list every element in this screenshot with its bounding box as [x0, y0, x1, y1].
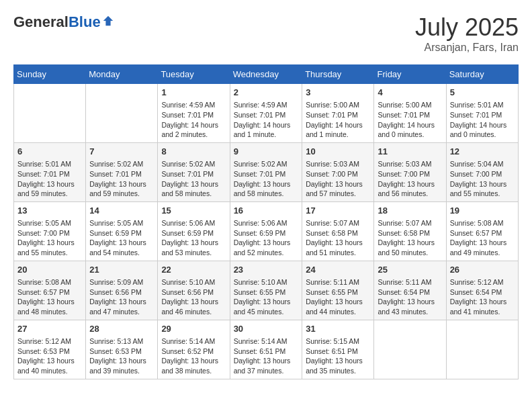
calendar-day-cell: 2Sunrise: 4:59 AM Sunset: 7:01 PM Daylig… [230, 84, 302, 143]
day-info: Sunrise: 5:11 AM Sunset: 6:54 PM Dayligh… [378, 277, 442, 317]
calendar-day-cell [86, 84, 158, 143]
calendar-day-cell: 10Sunrise: 5:03 AM Sunset: 7:00 PM Dayli… [302, 142, 374, 201]
calendar-day-cell: 30Sunrise: 5:14 AM Sunset: 6:51 PM Dayli… [230, 320, 302, 379]
day-number: 25 [378, 264, 442, 276]
calendar-week-row: 1Sunrise: 4:59 AM Sunset: 7:01 PM Daylig… [14, 84, 519, 143]
day-info: Sunrise: 5:07 AM Sunset: 6:58 PM Dayligh… [306, 218, 370, 258]
day-info: Sunrise: 5:10 AM Sunset: 6:55 PM Dayligh… [234, 277, 299, 317]
logo: GeneralBlue [13, 13, 114, 31]
calendar-day-cell [14, 84, 86, 143]
calendar-day-header: Wednesday [230, 65, 302, 84]
calendar-day-cell: 11Sunrise: 5:03 AM Sunset: 7:00 PM Dayli… [374, 142, 446, 201]
day-number: 8 [161, 146, 226, 158]
calendar-day-cell: 29Sunrise: 5:14 AM Sunset: 6:52 PM Dayli… [158, 320, 230, 379]
day-info: Sunrise: 5:01 AM Sunset: 7:01 PM Dayligh… [450, 100, 515, 140]
day-info: Sunrise: 5:03 AM Sunset: 7:00 PM Dayligh… [306, 159, 370, 199]
day-number: 22 [161, 264, 226, 276]
day-number: 31 [306, 323, 370, 335]
day-info: Sunrise: 5:13 AM Sunset: 6:53 PM Dayligh… [89, 336, 154, 376]
title-block: July 2025 Arsanjan, Fars, Iran [415, 13, 519, 54]
calendar-day-header: Tuesday [158, 65, 230, 84]
calendar-day-cell: 20Sunrise: 5:08 AM Sunset: 6:57 PM Dayli… [14, 261, 86, 320]
day-number: 24 [306, 264, 370, 276]
day-number: 17 [306, 205, 370, 217]
calendar-day-header: Monday [86, 65, 158, 84]
day-number: 11 [378, 146, 442, 158]
calendar-day-cell: 27Sunrise: 5:12 AM Sunset: 6:53 PM Dayli… [14, 320, 86, 379]
day-number: 14 [89, 205, 154, 217]
calendar-day-cell: 24Sunrise: 5:11 AM Sunset: 6:55 PM Dayli… [302, 261, 374, 320]
day-info: Sunrise: 5:02 AM Sunset: 7:01 PM Dayligh… [161, 159, 226, 199]
day-info: Sunrise: 5:00 AM Sunset: 7:01 PM Dayligh… [306, 100, 370, 140]
day-number: 23 [234, 264, 299, 276]
day-number: 4 [378, 87, 442, 99]
day-info: Sunrise: 5:12 AM Sunset: 6:54 PM Dayligh… [450, 277, 515, 317]
day-number: 19 [450, 205, 515, 217]
logo-blue: Blue [69, 13, 101, 31]
day-number: 20 [17, 264, 82, 276]
calendar-day-cell: 3Sunrise: 5:00 AM Sunset: 7:01 PM Daylig… [302, 84, 374, 143]
day-info: Sunrise: 5:05 AM Sunset: 7:00 PM Dayligh… [17, 218, 82, 258]
logo-icon [102, 15, 114, 27]
calendar-header-row: SundayMondayTuesdayWednesdayThursdayFrid… [14, 65, 519, 84]
calendar-day-cell: 18Sunrise: 5:07 AM Sunset: 6:58 PM Dayli… [374, 201, 446, 261]
calendar-day-cell: 15Sunrise: 5:06 AM Sunset: 6:59 PM Dayli… [158, 201, 230, 261]
calendar-day-header: Sunday [14, 65, 86, 84]
calendar-day-cell: 31Sunrise: 5:15 AM Sunset: 6:51 PM Dayli… [302, 320, 374, 379]
calendar-day-cell: 12Sunrise: 5:04 AM Sunset: 7:00 PM Dayli… [446, 142, 518, 201]
calendar-day-header: Saturday [446, 65, 518, 84]
day-number: 29 [161, 323, 226, 335]
calendar-day-cell: 19Sunrise: 5:08 AM Sunset: 6:57 PM Dayli… [446, 201, 518, 261]
calendar-day-cell: 9Sunrise: 5:02 AM Sunset: 7:01 PM Daylig… [230, 142, 302, 201]
calendar-day-cell: 21Sunrise: 5:09 AM Sunset: 6:56 PM Dayli… [86, 261, 158, 320]
day-info: Sunrise: 5:14 AM Sunset: 6:51 PM Dayligh… [234, 336, 299, 376]
day-info: Sunrise: 5:10 AM Sunset: 6:56 PM Dayligh… [161, 277, 226, 317]
day-info: Sunrise: 5:00 AM Sunset: 7:01 PM Dayligh… [378, 100, 442, 140]
calendar-week-row: 27Sunrise: 5:12 AM Sunset: 6:53 PM Dayli… [14, 320, 519, 379]
day-info: Sunrise: 5:08 AM Sunset: 6:57 PM Dayligh… [17, 277, 82, 317]
day-info: Sunrise: 5:11 AM Sunset: 6:55 PM Dayligh… [306, 277, 370, 317]
day-info: Sunrise: 5:14 AM Sunset: 6:52 PM Dayligh… [161, 336, 226, 376]
day-number: 18 [378, 205, 442, 217]
day-number: 26 [450, 264, 515, 276]
calendar-day-cell: 22Sunrise: 5:10 AM Sunset: 6:56 PM Dayli… [158, 261, 230, 320]
day-info: Sunrise: 5:09 AM Sunset: 6:56 PM Dayligh… [89, 277, 154, 317]
calendar-day-cell: 26Sunrise: 5:12 AM Sunset: 6:54 PM Dayli… [446, 261, 518, 320]
day-number: 6 [17, 146, 82, 158]
day-number: 15 [161, 205, 226, 217]
day-info: Sunrise: 5:01 AM Sunset: 7:01 PM Dayligh… [17, 159, 82, 199]
calendar-table: SundayMondayTuesdayWednesdayThursdayFrid… [13, 64, 519, 379]
calendar-day-cell: 4Sunrise: 5:00 AM Sunset: 7:01 PM Daylig… [374, 84, 446, 143]
day-info: Sunrise: 4:59 AM Sunset: 7:01 PM Dayligh… [161, 100, 226, 140]
calendar-day-cell: 6Sunrise: 5:01 AM Sunset: 7:01 PM Daylig… [14, 142, 86, 201]
calendar-day-header: Friday [374, 65, 446, 84]
calendar-day-cell: 28Sunrise: 5:13 AM Sunset: 6:53 PM Dayli… [86, 320, 158, 379]
day-info: Sunrise: 5:02 AM Sunset: 7:01 PM Dayligh… [89, 159, 154, 199]
logo-general: General [13, 13, 69, 31]
day-info: Sunrise: 5:15 AM Sunset: 6:51 PM Dayligh… [306, 336, 370, 376]
day-number: 1 [161, 87, 226, 99]
day-number: 2 [234, 87, 299, 99]
day-number: 10 [306, 146, 370, 158]
calendar-day-cell: 16Sunrise: 5:06 AM Sunset: 6:59 PM Dayli… [230, 201, 302, 261]
day-info: Sunrise: 5:03 AM Sunset: 7:00 PM Dayligh… [378, 159, 442, 199]
day-number: 27 [17, 323, 82, 335]
svg-marker-0 [103, 16, 112, 26]
calendar-day-cell: 8Sunrise: 5:02 AM Sunset: 7:01 PM Daylig… [158, 142, 230, 201]
day-info: Sunrise: 5:12 AM Sunset: 6:53 PM Dayligh… [17, 336, 82, 376]
day-info: Sunrise: 5:02 AM Sunset: 7:01 PM Dayligh… [234, 159, 299, 199]
day-number: 7 [89, 146, 154, 158]
day-number: 21 [89, 264, 154, 276]
calendar-day-cell: 23Sunrise: 5:10 AM Sunset: 6:55 PM Dayli… [230, 261, 302, 320]
page-title: July 2025 [415, 13, 519, 42]
day-info: Sunrise: 5:06 AM Sunset: 6:59 PM Dayligh… [161, 218, 226, 258]
day-number: 30 [234, 323, 299, 335]
calendar-day-cell: 17Sunrise: 5:07 AM Sunset: 6:58 PM Dayli… [302, 201, 374, 261]
page-header: GeneralBlue July 2025 Arsanjan, Fars, Ir… [13, 13, 519, 54]
calendar-day-cell: 13Sunrise: 5:05 AM Sunset: 7:00 PM Dayli… [14, 201, 86, 261]
calendar-day-cell: 1Sunrise: 4:59 AM Sunset: 7:01 PM Daylig… [158, 84, 230, 143]
day-info: Sunrise: 5:04 AM Sunset: 7:00 PM Dayligh… [450, 159, 515, 199]
day-number: 13 [17, 205, 82, 217]
day-info: Sunrise: 5:05 AM Sunset: 6:59 PM Dayligh… [89, 218, 154, 258]
calendar-day-header: Thursday [302, 65, 374, 84]
